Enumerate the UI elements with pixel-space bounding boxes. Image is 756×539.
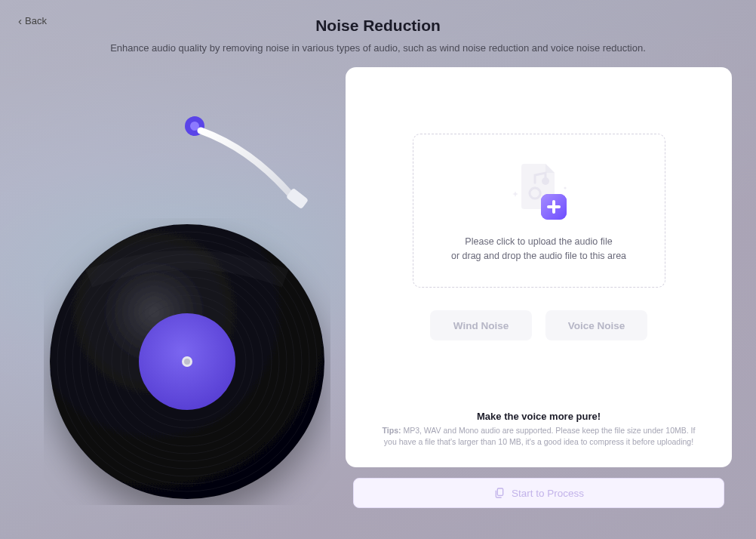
header: Noise Reduction Enhance audio quality by… (0, 0, 756, 54)
voice-noise-button[interactable]: Voice Noise (545, 310, 647, 340)
upload-panel: Please click to upload the audio file or… (346, 67, 732, 467)
page-subtitle: Enhance audio quality by removing noise … (0, 42, 756, 54)
tips-block: Make the voice more pure! Tips: MP3, WAV… (367, 411, 711, 452)
page-title: Noise Reduction (0, 17, 756, 35)
copy-files-icon (493, 487, 506, 499)
svg-point-13 (184, 359, 190, 365)
process-label: Start to Process (512, 488, 584, 499)
vinyl-record-icon (44, 218, 330, 505)
tips-text: Tips: MP3, WAV and Mono audio are suppor… (376, 425, 702, 448)
upload-hint: Please click to upload the audio file or… (451, 235, 626, 264)
tips-headline: Make the voice more pure! (376, 411, 702, 422)
wind-noise-button[interactable]: Wind Noise (430, 310, 532, 340)
tonearm-icon (180, 112, 315, 233)
chevron-left-icon: ‹ (18, 15, 22, 26)
illustration-area (14, 67, 346, 535)
upload-file-icon (505, 158, 573, 226)
upload-dropzone[interactable]: Please click to upload the audio file or… (413, 134, 665, 288)
back-button[interactable]: ‹ Back (18, 15, 47, 26)
svg-rect-23 (497, 488, 502, 495)
noise-type-options: Wind Noise Voice Noise (367, 310, 711, 340)
svg-point-17 (542, 177, 549, 185)
start-process-button[interactable]: Start to Process (353, 478, 724, 508)
back-label: Back (25, 15, 47, 26)
svg-point-22 (564, 186, 566, 189)
svg-rect-21 (547, 205, 561, 208)
